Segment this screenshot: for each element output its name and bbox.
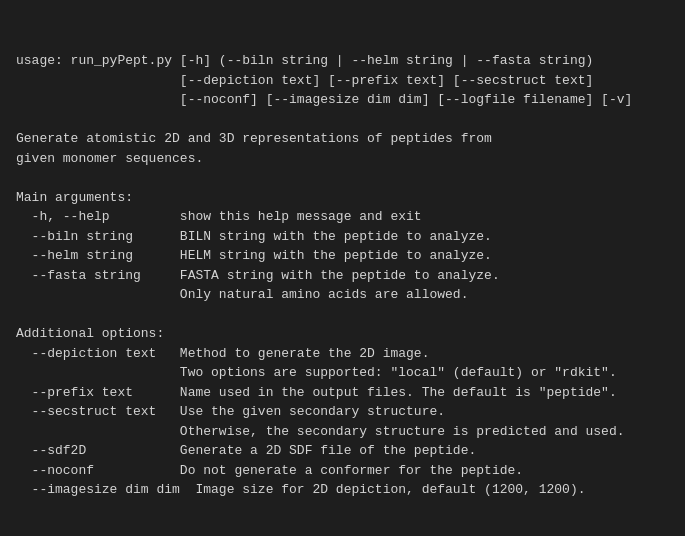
terminal-line: [--noconf] [--imagesize dim dim] [--logf… — [16, 90, 669, 110]
terminal-line — [16, 305, 669, 325]
terminal-output: usage: run_pyPept.py [-h] (--biln string… — [16, 12, 669, 519]
terminal-line: Main arguments: — [16, 188, 669, 208]
terminal-line — [16, 168, 669, 188]
terminal-line: Only natural amino acids are allowed. — [16, 285, 669, 305]
terminal-line: --helm string HELM string with the pepti… — [16, 246, 669, 266]
terminal-line: --imagesize dim dim Image size for 2D de… — [16, 480, 669, 500]
terminal-line: usage: run_pyPept.py [-h] (--biln string… — [16, 51, 669, 71]
terminal-line: --biln string BILN string with the pepti… — [16, 227, 669, 247]
terminal-line: --depiction text Method to generate the … — [16, 344, 669, 364]
terminal-line: --fasta string FASTA string with the pep… — [16, 266, 669, 286]
terminal-line: --sdf2D Generate a 2D SDF file of the pe… — [16, 441, 669, 461]
terminal-line — [16, 110, 669, 130]
terminal-line: --noconf Do not generate a conformer for… — [16, 461, 669, 481]
terminal-line: Otherwise, the secondary structure is pr… — [16, 422, 669, 442]
terminal-line: -h, --help show this help message and ex… — [16, 207, 669, 227]
terminal-line: --secstruct text Use the given secondary… — [16, 402, 669, 422]
terminal-line: [--depiction text] [--prefix text] [--se… — [16, 71, 669, 91]
terminal-line: given monomer sequences. — [16, 149, 669, 169]
terminal-line: Two options are supported: "local" (defa… — [16, 363, 669, 383]
terminal-line: Generate atomistic 2D and 3D representat… — [16, 129, 669, 149]
terminal-line: Additional options: — [16, 324, 669, 344]
terminal-line: --prefix text Name used in the output fi… — [16, 383, 669, 403]
